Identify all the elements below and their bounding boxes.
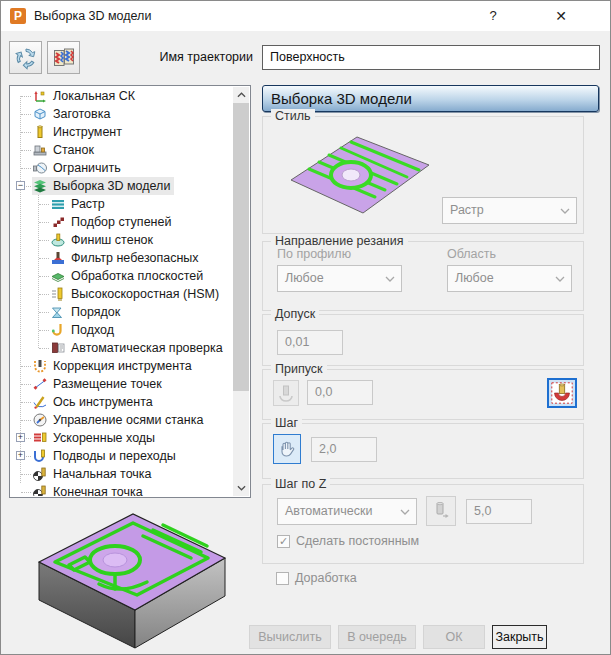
style-group-label: Стиль bbox=[271, 109, 315, 123]
tree-item-roughing-3d[interactable]: −Выборка 3D модели bbox=[11, 177, 232, 195]
planes-machining-icon bbox=[50, 268, 66, 284]
expand-expander[interactable]: + bbox=[16, 451, 25, 460]
collapse-expander[interactable]: − bbox=[16, 181, 25, 190]
order-icon bbox=[50, 304, 66, 320]
step-pickout-icon bbox=[50, 214, 66, 230]
tree-item-raster[interactable]: Растр bbox=[11, 195, 232, 213]
approach-icon bbox=[50, 322, 66, 338]
rework-checkbox[interactable]: Доработка bbox=[276, 571, 357, 585]
footer-buttons: Вычислить В очередь ОК Закрыть bbox=[249, 625, 547, 649]
make-constant-checkbox[interactable]: ✓ Сделать постоянным bbox=[277, 534, 419, 548]
dialog-window: P Выборка 3D модели ? ✕ Имя траектории П… bbox=[0, 0, 611, 655]
stock-tool-icon bbox=[276, 383, 296, 403]
leads-links-icon bbox=[32, 448, 48, 464]
stock-group: Припуск 0,0 bbox=[262, 369, 584, 420]
tree-item-limit[interactable]: Ограничить bbox=[11, 159, 232, 177]
tree-item-workpiece[interactable]: Заготовка bbox=[11, 105, 232, 123]
end-point-icon bbox=[32, 484, 48, 496]
tree-item-auto-check[interactable]: Автоматическая проверка bbox=[11, 339, 232, 357]
tree-item-tool[interactable]: Инструмент bbox=[11, 123, 232, 141]
calculate-button[interactable]: Вычислить bbox=[249, 625, 331, 649]
workpiece-icon bbox=[32, 106, 48, 122]
local-cs-icon bbox=[32, 88, 48, 104]
tree-item-approach[interactable]: Подход bbox=[11, 321, 232, 339]
start-point-icon bbox=[32, 466, 48, 482]
tree-guide-line bbox=[38, 195, 39, 348]
style-preview-image bbox=[279, 125, 439, 225]
help-button[interactable]: ? bbox=[473, 1, 513, 31]
trajectory-name-input[interactable]: Поверхность bbox=[262, 45, 600, 70]
panel-header: Выборка 3D модели bbox=[262, 85, 599, 112]
chevron-down-icon bbox=[554, 198, 576, 223]
tree-item-step-pickout[interactable]: Подбор ступеней bbox=[11, 213, 232, 231]
step-input[interactable]: 2,0 bbox=[311, 437, 377, 462]
fillet-check-button[interactable] bbox=[547, 378, 577, 408]
scroll-down-icon[interactable] bbox=[233, 480, 249, 496]
style-dropdown[interactable]: Растр bbox=[442, 197, 577, 224]
limit-icon bbox=[32, 160, 48, 176]
tree-item-machine[interactable]: Станок bbox=[11, 141, 232, 159]
queue-button[interactable]: В очередь bbox=[338, 625, 416, 649]
points-placement-icon bbox=[32, 376, 48, 392]
tree-item-rapid-moves[interactable]: +Ускоренные ходы bbox=[11, 429, 232, 447]
z-step-tool-button[interactable] bbox=[426, 496, 456, 526]
z-step-mode-dropdown[interactable]: Автоматически bbox=[277, 498, 417, 525]
tree-item-planes-machining[interactable]: Обработка плоскостей bbox=[11, 267, 232, 285]
tree-item-wall-finish[interactable]: Финиш стенок bbox=[11, 231, 232, 249]
z-step-group-label: Шаг по Z bbox=[271, 477, 330, 491]
tree-item-unsafe-filter[interactable]: Фильтр небезопасных bbox=[11, 249, 232, 267]
window-title: Выборка 3D модели bbox=[34, 1, 151, 31]
unsafe-filter-icon bbox=[50, 250, 66, 266]
profile-label: По профилю bbox=[277, 247, 351, 261]
z-step-group: Шаг по Z Автоматически 5,0 ✓ Сделать пос… bbox=[262, 484, 584, 564]
tree-item-machine-axes[interactable]: Управление осями станка bbox=[11, 411, 232, 429]
model-3d-preview bbox=[11, 498, 246, 650]
tree-item-order[interactable]: Порядок bbox=[11, 303, 232, 321]
cut-direction-group-label: Направление резания bbox=[271, 234, 408, 248]
operations-tree: Локальная СК Заготовка Инструмент Станок… bbox=[9, 85, 251, 498]
fillet-check-icon bbox=[551, 382, 573, 404]
tree-item-tool-correction[interactable]: Коррекция инструмента bbox=[11, 357, 232, 375]
stock-tool-button[interactable] bbox=[273, 380, 299, 406]
app-logo-icon: P bbox=[10, 8, 26, 24]
recalculate-icon bbox=[14, 46, 38, 70]
rapid-moves-icon bbox=[32, 430, 48, 446]
scroll-up-icon[interactable] bbox=[233, 87, 249, 103]
tree-guide-line bbox=[20, 96, 21, 483]
title-bar: P Выборка 3D модели ? ✕ bbox=[1, 1, 610, 31]
stock-input[interactable]: 0,0 bbox=[307, 380, 373, 405]
scrollbar-thumb[interactable] bbox=[233, 103, 249, 391]
close-button[interactable]: ✕ bbox=[541, 1, 581, 31]
tree-item-tool-axis[interactable]: Ось инструмента bbox=[11, 393, 232, 411]
tree-item-start-point[interactable]: Начальная точка bbox=[11, 465, 232, 483]
trajectory-name-label: Имя траектории bbox=[111, 50, 253, 64]
manual-hand-icon bbox=[277, 439, 297, 459]
hsm-icon bbox=[50, 286, 66, 302]
tree-item-end-point[interactable]: Конечная точка bbox=[11, 483, 232, 496]
tool-axis-icon bbox=[32, 394, 48, 410]
tolerance-group: Допуск 0,01 bbox=[262, 314, 584, 366]
tree-scrollbar[interactable] bbox=[233, 87, 249, 496]
chevron-down-icon bbox=[394, 499, 416, 524]
tree-item-local-cs[interactable]: Локальная СК bbox=[11, 87, 232, 105]
z-step-input[interactable]: 5,0 bbox=[466, 499, 532, 524]
auto-check-icon bbox=[50, 340, 66, 356]
style-group: Стиль Растр bbox=[262, 116, 584, 234]
area-label: Область bbox=[447, 247, 496, 261]
tolerance-group-label: Допуск bbox=[271, 307, 319, 321]
tree-item-leads-links[interactable]: +Подводы и переходы bbox=[11, 447, 232, 465]
tree-item-points-placement[interactable]: Размещение точек bbox=[11, 375, 232, 393]
tool-correction-icon bbox=[32, 358, 48, 374]
tolerance-input[interactable]: 0,01 bbox=[277, 330, 343, 355]
ok-button[interactable]: ОК bbox=[423, 625, 485, 649]
pattern-cards-button[interactable] bbox=[47, 41, 80, 74]
machine-axes-icon bbox=[32, 412, 48, 428]
profile-dropdown[interactable]: Любое bbox=[277, 265, 402, 292]
machine-icon bbox=[32, 142, 48, 158]
close-dialog-button[interactable]: Закрыть bbox=[492, 625, 547, 649]
tree-item-hsm[interactable]: Высокоскоростная (HSM) bbox=[11, 285, 232, 303]
expand-expander[interactable]: + bbox=[16, 433, 25, 442]
recalculate-button[interactable] bbox=[9, 41, 42, 74]
manual-step-button[interactable] bbox=[273, 434, 301, 464]
area-dropdown[interactable]: Любое bbox=[447, 265, 572, 292]
